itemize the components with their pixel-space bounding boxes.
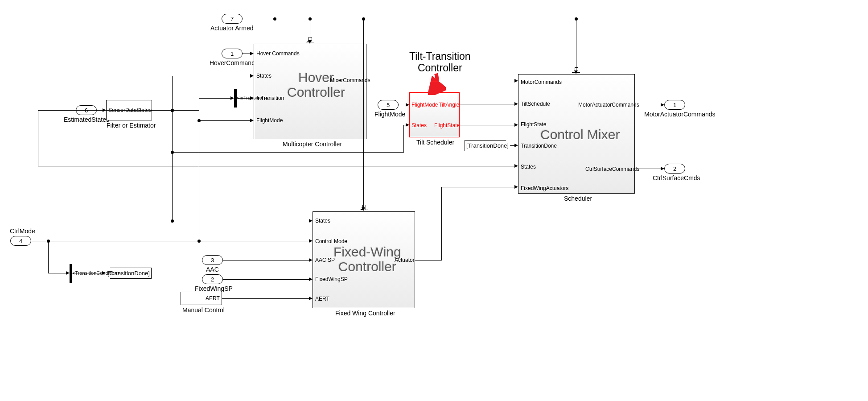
tilt-out2: FlightState	[434, 122, 460, 128]
hover-big: HoverController	[287, 70, 345, 99]
tilt-title: Tilt Scheduler	[416, 139, 454, 146]
red-arrow-icon	[428, 73, 446, 95]
outport-1-label: MotorActuatorCommands	[644, 111, 716, 118]
mixer-out2: CtrlSurfaceCommands	[585, 166, 639, 172]
outport-1-num: 1	[673, 102, 676, 108]
tilt-in2: States	[411, 122, 427, 128]
mixer-big: Control Mixer	[540, 127, 620, 142]
block-tilt[interactable]	[409, 92, 460, 137]
inport-7-num: 7	[230, 16, 234, 22]
annotation-tilt: Tilt-TransitionController	[409, 50, 471, 74]
inport-5-num: 5	[387, 102, 390, 108]
inport-3-num: 3	[211, 257, 214, 264]
hover-in1: Hover Commands	[256, 50, 300, 57]
inport-7-label: Actuator Armed	[210, 25, 254, 32]
mixer-title: Scheduler	[564, 195, 592, 202]
mixer-in1: MotorCommands	[521, 79, 562, 85]
outport-2-num: 2	[673, 165, 676, 172]
filter-title: Filter or Estimator	[107, 122, 156, 129]
inport-6-label: EstimatedStates	[64, 116, 109, 123]
mixer-in5: States	[521, 164, 536, 170]
mixer-in6: FixedWingActuators	[521, 185, 568, 191]
inport-3[interactable]: 3	[202, 255, 223, 265]
outport-1[interactable]: 1	[664, 100, 685, 110]
inport-2[interactable]: 2	[202, 274, 223, 284]
inport-4-label: CtrlMode	[10, 227, 35, 235]
inport-5-label: FlightMode	[374, 111, 405, 118]
inport-5[interactable]: 5	[378, 100, 399, 110]
mixer-out1: MotorActuatorCommands	[578, 102, 639, 108]
inport-1-num: 1	[230, 50, 234, 57]
fw-title: Fixed Wing Controller	[335, 310, 395, 317]
manual-title: Manual Control	[182, 306, 225, 314]
from-label: [TransitionDone]	[466, 142, 509, 149]
fw-in4: FixedWingSP	[315, 276, 348, 282]
inport-3-label: AAC	[206, 266, 219, 273]
fw-in2: Control Mode	[315, 238, 347, 244]
hover-out1: MixerCommands	[330, 77, 370, 83]
inport-1[interactable]: 1	[222, 49, 243, 58]
mixer-in3: FlightState	[521, 121, 546, 128]
fw-big: Fixed-WingController	[333, 244, 401, 274]
hover-title: Multicopter Controller	[283, 141, 342, 148]
fw-in1: States	[315, 218, 330, 224]
mixer-in4: TransitionDone	[521, 143, 557, 149]
outport-2-label: CtrlSurfaceCmds	[653, 174, 700, 182]
simulink-canvas[interactable]: 7 Actuator Armed 1 HoverCommands 6 Estim…	[0, 0, 868, 401]
inport-2-label: FixedWingSP	[195, 285, 233, 292]
tilt-in1: FlightMode	[411, 102, 438, 108]
outport-2[interactable]: 2	[664, 164, 685, 174]
hover-in4: FlightMode	[256, 117, 283, 124]
inport-4-num: 4	[19, 238, 22, 244]
fw-in3: AAC SP	[315, 257, 335, 263]
from-transitiondone[interactable]: [TransitionDone]	[465, 140, 510, 151]
hover-in2: States	[256, 73, 272, 79]
inport-7[interactable]: 7	[222, 14, 243, 24]
inport-1-label: HoverCommands	[210, 59, 258, 66]
fw-in5: AERT	[315, 296, 329, 302]
fw-out1: Actuator	[395, 257, 415, 263]
mixer-in2: TiltSchedule	[521, 101, 550, 107]
manual-out: AERT	[206, 295, 220, 302]
inport-2-num: 2	[211, 276, 214, 283]
inport-4[interactable]: 4	[10, 236, 31, 246]
tilt-out1: TiltAngle	[439, 102, 459, 108]
